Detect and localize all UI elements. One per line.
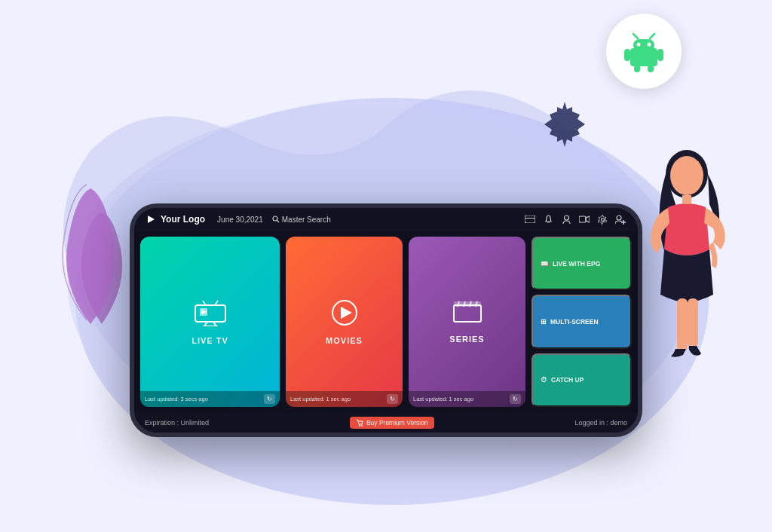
date-display: June 30,2021 xyxy=(217,216,263,224)
video-icon[interactable] xyxy=(577,212,591,226)
search-area[interactable]: Master Search xyxy=(272,216,331,224)
svg-marker-14 xyxy=(148,216,155,223)
series-icon xyxy=(453,301,482,330)
movies-subtitle: Last updated: 1 sec ago xyxy=(290,396,351,402)
series-card[interactable]: SERIES Last updated: 1 sec ago ↻ xyxy=(409,237,525,407)
catch-up-label: CATCH UP xyxy=(551,376,584,384)
svg-point-44 xyxy=(359,425,360,427)
catch-up-button[interactable]: ⏱ CATCH UP xyxy=(532,353,632,407)
svg-rect-37 xyxy=(454,305,481,322)
live-epg-label: LIVE WITH EPG xyxy=(553,260,600,268)
card-icon[interactable] xyxy=(523,212,537,226)
svg-point-45 xyxy=(361,425,363,427)
android-icon xyxy=(621,29,666,74)
live-tv-footer: Last updated: 3 secs ago ↻ xyxy=(140,391,280,407)
multi-screen-icon: ⊞ xyxy=(541,318,547,326)
svg-point-23 xyxy=(601,218,604,221)
settings-icon[interactable] xyxy=(596,212,609,226)
live-tv-icon xyxy=(194,299,227,332)
user-plus-icon[interactable] xyxy=(614,212,627,226)
logged-in-text: Logged in : demo xyxy=(574,419,627,427)
bell-icon[interactable] xyxy=(541,212,555,226)
svg-rect-13 xyxy=(648,65,654,72)
search-label: Master Search xyxy=(282,216,331,224)
svg-point-6 xyxy=(637,43,641,47)
live-tv-subtitle: Last updated: 3 secs ago xyxy=(145,396,208,402)
android-badge xyxy=(606,14,682,89)
series-subtitle: Last updated: 1 sec ago xyxy=(413,396,473,402)
purple-leaf-decoration xyxy=(45,181,136,332)
svg-rect-5 xyxy=(633,39,654,51)
logo-play-icon xyxy=(145,213,157,225)
gear-decoration xyxy=(538,98,591,151)
buy-premium-label: Buy Premium Version xyxy=(366,419,428,427)
logo-area: Your Logo xyxy=(145,213,205,225)
svg-point-7 xyxy=(648,43,651,47)
svg-line-16 xyxy=(277,221,279,223)
svg-marker-22 xyxy=(586,216,590,222)
svg-rect-17 xyxy=(525,216,535,223)
multi-screen-label: MULTI-SCREEN xyxy=(550,318,599,326)
svg-rect-50 xyxy=(688,298,698,347)
phone-screen: Your Logo June 30,2021 Master Search xyxy=(134,208,638,433)
movies-label: MOVIES xyxy=(326,336,363,345)
live-tv-card[interactable]: LIVE TV Last updated: 3 secs ago ↻ xyxy=(140,237,280,407)
live-tv-label: LIVE TV xyxy=(191,336,228,345)
svg-point-24 xyxy=(617,216,621,220)
movies-refresh[interactable]: ↻ xyxy=(387,394,398,404)
search-icon xyxy=(272,216,280,223)
movies-footer: Last updated: 1 sec ago ↻ xyxy=(286,391,403,407)
side-buttons: 📖 LIVE WITH EPG ⊞ MULTI-SCREEN ⏱ CATCH U… xyxy=(532,237,632,407)
live-epg-icon: 📖 xyxy=(541,260,549,268)
svg-rect-11 xyxy=(657,49,663,61)
svg-rect-10 xyxy=(624,49,630,61)
multi-screen-button[interactable]: ⊞ MULTI-SCREEN xyxy=(532,295,632,348)
buy-premium-button[interactable]: Buy Premium Version xyxy=(350,417,434,429)
movies-card[interactable]: MOVIES Last updated: 1 sec ago ↻ xyxy=(286,237,403,407)
svg-rect-12 xyxy=(634,65,640,72)
expiration-text: Expiration : Unlimited xyxy=(145,419,209,427)
series-refresh[interactable]: ↻ xyxy=(510,394,521,404)
svg-line-9 xyxy=(650,34,654,38)
top-bar: Your Logo June 30,2021 Master Search xyxy=(134,208,638,231)
svg-marker-36 xyxy=(341,307,352,319)
main-content: LIVE TV Last updated: 3 secs ago ↻ MOV xyxy=(134,231,638,413)
svg-point-48 xyxy=(670,156,703,195)
svg-line-8 xyxy=(633,34,638,38)
live-tv-refresh[interactable]: ↻ xyxy=(264,394,275,404)
phone-mockup: Your Logo June 30,2021 Master Search xyxy=(130,203,642,437)
logo-text: Your Logo xyxy=(161,214,205,225)
series-label: SERIES xyxy=(449,335,484,344)
bottom-bar: Expiration : Unlimited Buy Premium Versi… xyxy=(134,413,638,433)
cart-icon xyxy=(356,419,363,427)
svg-rect-21 xyxy=(579,216,586,222)
woman-figure xyxy=(638,144,736,370)
svg-point-15 xyxy=(273,216,277,221)
movies-icon xyxy=(331,299,358,332)
series-footer: Last updated: 1 sec ago ↻ xyxy=(409,391,525,407)
svg-rect-49 xyxy=(677,298,688,351)
user-icon[interactable] xyxy=(559,212,573,226)
svg-point-20 xyxy=(564,216,568,220)
phone-body: Your Logo June 30,2021 Master Search xyxy=(130,203,642,437)
live-epg-button[interactable]: 📖 LIVE WITH EPG xyxy=(532,237,632,290)
catch-up-icon: ⏱ xyxy=(541,376,547,384)
top-icons-bar xyxy=(523,212,627,226)
